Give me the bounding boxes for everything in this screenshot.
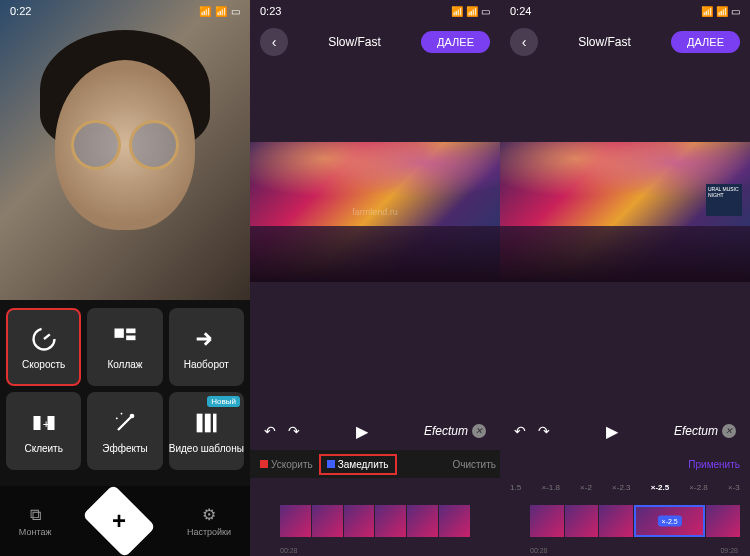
next-button[interactable]: ДАЛЕЕ [421,31,490,53]
play-button[interactable]: ▶ [356,422,368,441]
status-time: 0:23 [260,5,281,17]
timeline[interactable] [500,498,750,544]
merge-icon: + [30,409,58,437]
time-end: 09:28 [720,547,738,554]
tile-label: Скорость [22,359,65,370]
status-bar: 0:24 📶 📶 ▭ [500,0,750,22]
tab-slowdown[interactable]: Замедлить [319,454,397,475]
close-icon[interactable]: ✕ [722,424,736,438]
new-badge: Новый [207,396,240,407]
top-bar: ‹ Slow/Fast ДАЛЕЕ [250,22,500,62]
phone-screen-3: 0:24 📶 📶 ▭ ‹ Slow/Fast ДАЛЕЕ URAL MUSIC … [500,0,750,556]
play-button[interactable]: ▶ [606,422,618,441]
selected-segment[interactable] [634,505,705,537]
nav-montage[interactable]: ⧉ Монтаж [19,506,52,537]
tile-effects[interactable]: Эффекты [87,392,162,470]
status-bar: 0:23 📶 📶 ▭ [250,0,500,22]
tile-collage[interactable]: Коллаж [87,308,162,386]
hero-glasses [71,120,179,170]
tile-merge[interactable]: + Склеить [6,392,81,470]
phone-screen-2: 0:23 📶 📶 ▭ ‹ Slow/Fast ДАЛЕЕ farmlend.ru… [250,0,500,556]
tile-label: Видео шаблоны [169,443,244,454]
status-icons: 📶 📶 ▭ [701,6,740,17]
stage-sign: URAL MUSIC NIGHT [706,184,742,216]
templates-icon [192,409,220,437]
top-bar: ‹ Slow/Fast ДАЛЕЕ [500,22,750,62]
status-icons: 📶 📶 ▭ [199,6,240,17]
svg-rect-11 [205,413,211,432]
collage-icon [111,325,139,353]
speed-opt-active[interactable]: ×-2.5 [651,483,669,492]
apply-button[interactable]: Применить [682,456,746,473]
tile-label: Коллаж [107,359,142,370]
time-start: 00:28 [280,547,298,554]
tab-clear[interactable]: Очистить [452,459,496,470]
page-title: Slow/Fast [578,35,631,49]
timeline[interactable] [250,498,500,544]
status-time: 0:24 [510,5,531,17]
video-preview[interactable]: URAL MUSIC NIGHT [500,142,750,282]
chevron-left-icon: ‹ [272,34,277,50]
nav-settings[interactable]: ⚙ Настройки [187,505,231,537]
back-button[interactable]: ‹ [510,28,538,56]
tool-tiles: Скорость Коллаж Наоборот + Склеить Эффек… [0,302,250,476]
action-bar: Применить [500,450,750,478]
tab-speedup[interactable]: Ускорить [254,456,319,473]
signal-icon: 📶 [199,6,211,17]
back-button[interactable]: ‹ [260,28,288,56]
svg-line-1 [44,334,50,339]
speed-opt[interactable]: ×-2.8 [689,483,707,492]
speed-opt[interactable]: ×-2 [580,483,592,492]
battery-icon: ▭ [231,6,240,17]
next-button[interactable]: ДАЛЕЕ [671,31,740,53]
redo-icon[interactable]: ↷ [538,423,550,439]
watermark: farmlend.ru [352,207,398,217]
svg-rect-2 [114,328,123,337]
brand-label: Efectum ✕ [424,424,486,438]
brand-label: Efectum ✕ [674,424,736,438]
chevron-left-icon: ‹ [522,34,527,50]
arrow-right-icon [192,325,220,353]
speedup-icon [260,460,268,468]
svg-point-9 [130,413,135,418]
plus-icon: + [112,507,126,535]
slowdown-icon [327,460,335,468]
undo-icon[interactable]: ↶ [514,423,526,439]
tile-label: Эффекты [102,443,147,454]
speed-opt[interactable]: ×-3 [728,483,740,492]
hero-image [0,0,250,300]
nav-label: Настройки [187,527,231,537]
close-icon[interactable]: ✕ [472,424,486,438]
speedometer-icon [30,325,58,353]
speed-values: 1.5 ×-1.8 ×-2 ×-2.3 ×-2.5 ×-2.8 ×-3 [500,478,750,496]
crop-icon: ⧉ [30,506,41,524]
svg-rect-12 [213,413,217,432]
gear-icon: ⚙ [202,505,216,524]
wand-icon [111,409,139,437]
svg-rect-7 [47,416,54,430]
page-title: Slow/Fast [328,35,381,49]
status-bar: 0:22 📶 📶 ▭ [0,0,250,22]
status-time: 0:22 [10,5,31,17]
svg-rect-5 [33,416,40,430]
video-preview[interactable]: farmlend.ru [250,142,500,282]
speed-opt[interactable]: 1.5 [510,483,521,492]
nav-label: Монтаж [19,527,52,537]
playback-controls: ↶ ↷ ▶ Efectum ✕ [250,416,500,446]
svg-rect-3 [126,328,135,333]
tile-reverse[interactable]: Наоборот [169,308,244,386]
undo-icon[interactable]: ↶ [264,423,276,439]
svg-rect-4 [126,335,135,340]
speed-opt[interactable]: ×-2.3 [612,483,630,492]
playback-controls: ↶ ↷ ▶ Efectum ✕ [500,416,750,446]
redo-icon[interactable]: ↷ [288,423,300,439]
speed-tabs: Ускорить Замедлить Очистить [250,450,500,478]
time-start: 00:28 [530,547,548,554]
svg-rect-10 [197,413,203,432]
tile-label: Наоборот [184,359,229,370]
tile-speed[interactable]: Скорость [6,308,81,386]
tile-templates[interactable]: Новый Видео шаблоны [169,392,244,470]
speed-opt[interactable]: ×-1.8 [541,483,559,492]
status-icons: 📶 📶 ▭ [451,6,490,17]
add-button[interactable]: + [82,484,156,556]
